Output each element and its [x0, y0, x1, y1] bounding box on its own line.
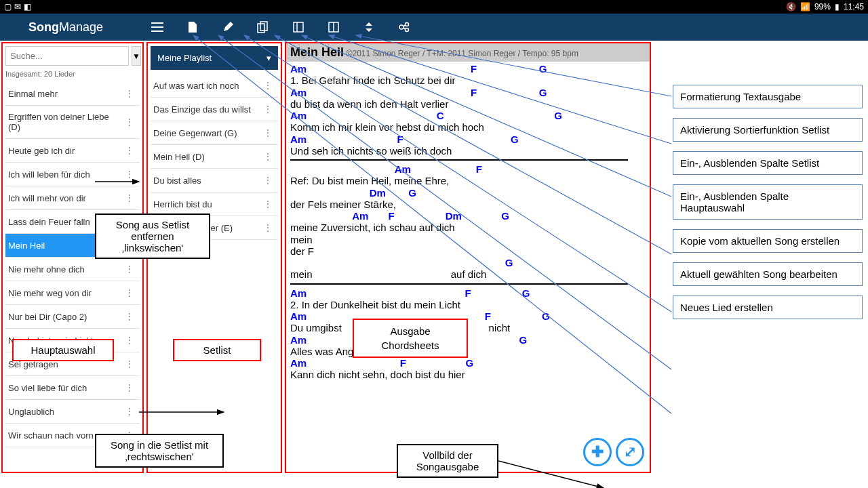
flip-icon: ◧	[24, 2, 31, 12]
list-item[interactable]: Einmal mehr⋮	[5, 82, 140, 106]
list-item[interactable]: So viel liebe für dich⋮	[5, 376, 140, 400]
list-item[interactable]: Auf was wart ich noch⋮	[151, 74, 278, 98]
svg-rect-0	[258, 24, 264, 33]
search-input[interactable]	[5, 46, 129, 66]
column-setlist-icon[interactable]	[327, 20, 340, 34]
battery-icon: ▮	[835, 2, 840, 12]
chordsheet-column: Mein Heil ©2011 Simon Reger / T+M: 2011 …	[285, 42, 651, 473]
svg-point-6	[399, 25, 403, 29]
more-icon[interactable]: ⋮	[122, 192, 137, 203]
anno-box: Aktuell gewählten Song bearbeiten	[673, 262, 863, 286]
format-icon[interactable]	[397, 20, 411, 34]
list-item[interactable]: Ich will mehr von dir⋮	[5, 186, 140, 210]
add-fab[interactable]: ✚	[583, 438, 612, 466]
chordsheet: Am F G1. Bei Gefahr finde ich Schutz bei…	[286, 62, 650, 382]
more-icon[interactable]: ⋮	[260, 222, 275, 233]
copy-icon[interactable]	[256, 20, 270, 34]
app-title: SongManage	[28, 20, 103, 35]
new-song-icon[interactable]	[186, 20, 199, 34]
mute-icon: 🔇	[786, 2, 796, 12]
more-icon[interactable]: ⋮	[260, 127, 275, 138]
more-icon[interactable]: ⋮	[122, 359, 137, 369]
list-item[interactable]: Mein Heil (D)⋮	[151, 145, 278, 169]
more-icon[interactable]: ⋮	[122, 264, 137, 274]
more-icon[interactable]: ⋮	[260, 80, 275, 91]
anno-haupt: Hauptauswahl	[12, 339, 114, 361]
total-count: Insgesamt: 20 Lieder	[5, 68, 140, 82]
list-item[interactable]: Unglaublich⋮	[5, 400, 140, 424]
anno-chord: Ausgabe Chordsheets	[353, 319, 468, 358]
more-icon[interactable]: ⋮	[122, 145, 137, 156]
list-item[interactable]: Heute geb ich dir⋮	[5, 139, 140, 163]
anno-box: Ein-, Ausblenden Spalte Setlist	[673, 151, 863, 175]
anno-box: Kopie vom aktuellen Song erstellen	[673, 229, 863, 253]
anno-voll: Vollbild der Songausgabe	[397, 444, 498, 478]
anno-box: Formatierung Textausgabe	[673, 85, 863, 108]
list-item[interactable]: Herrlich bist du⋮	[151, 192, 278, 216]
more-icon[interactable]: ⋮	[122, 382, 137, 393]
more-icon[interactable]: ⋮	[122, 406, 137, 417]
more-icon[interactable]: ⋮	[122, 335, 137, 346]
clock: 11:45	[844, 2, 864, 12]
filter-button[interactable]: ▼	[132, 46, 141, 66]
status-bar: ▢ ✉ ◧ 🔇 📶 99% ▮ 11:45	[0, 0, 868, 14]
more-icon[interactable]: ⋮	[122, 88, 137, 99]
list-item[interactable]: Nie mehr weg von dir⋮	[5, 281, 140, 305]
playlist-selector[interactable]: Meine Playlist ▾	[151, 46, 278, 70]
anno-setlist: Setlist	[173, 339, 261, 361]
chevron-down-icon: ▾	[267, 53, 271, 63]
fullscreen-fab[interactable]: ⤢	[616, 438, 644, 466]
svg-point-7	[406, 23, 409, 26]
anno-right-column: Formatierung TextausgabeAktivierung Sort…	[673, 85, 863, 319]
list-item[interactable]: Das Einzige das du willst⋮	[151, 98, 278, 121]
edit-icon[interactable]	[221, 20, 235, 34]
song-meta: ©2011 Simon Reger / T+M: 2011 Simon Rege…	[347, 49, 578, 58]
more-icon[interactable]: ⋮	[122, 287, 137, 298]
more-icon[interactable]: ⋮	[122, 311, 137, 322]
playlist-list: Auf was wart ich noch⋮Das Einzige das du…	[151, 74, 278, 469]
svg-point-8	[406, 28, 409, 32]
song-header: Mein Heil ©2011 Simon Reger / T+M: 2011 …	[286, 43, 650, 62]
more-icon[interactable]: ⋮	[260, 151, 275, 162]
list-item[interactable]: Ich will leben für dich⋮	[5, 163, 140, 186]
list-item[interactable]: Ergriffen von deiner Liebe (D)⋮	[5, 106, 140, 139]
playlist-name: Meine Playlist	[157, 53, 212, 63]
column-main-icon[interactable]	[292, 20, 305, 34]
svg-rect-2	[294, 22, 303, 32]
more-icon[interactable]: ⋮	[122, 117, 137, 127]
list-item[interactable]: Nie mehr ohne dich⋮	[5, 258, 140, 281]
svg-rect-1	[260, 22, 267, 30]
more-icon[interactable]: ⋮	[260, 175, 275, 186]
anno-remove: Song aus Setlist entfernen ‚linkswischen…	[95, 214, 210, 259]
app-header: SongManage	[0, 14, 868, 41]
list-item[interactable]: Nur bei Dir (Capo 2)⋮	[5, 305, 140, 329]
toolbar	[151, 20, 411, 34]
anno-box: Neues Lied erstellen	[673, 296, 863, 319]
menu-icon[interactable]	[151, 20, 164, 34]
anno-box: Aktivierung Sortierfunktion Setlist	[673, 118, 863, 142]
more-icon[interactable]: ⋮	[122, 169, 137, 180]
battery-pct: 99%	[814, 2, 831, 12]
song-title: Mein Heil	[290, 45, 344, 59]
wifi-icon: 📶	[800, 2, 810, 12]
sort-icon[interactable]	[362, 20, 376, 34]
more-icon[interactable]: ⋮	[260, 104, 275, 115]
more-icon[interactable]: ⋮	[260, 199, 275, 209]
list-item[interactable]: Deine Gegenwart (G)⋮	[151, 121, 278, 145]
mail-icon: ✉	[14, 2, 21, 12]
anno-add: Song in die Setlist mit ‚rechtswischen'	[95, 434, 224, 468]
song-list: Einmal mehr⋮Ergriffen von deiner Liebe (…	[5, 82, 140, 469]
notif-icon: ▢	[4, 2, 12, 12]
anno-box: Ein-, Ausblenden Spalte Hauptauswahl	[673, 184, 863, 220]
list-item[interactable]: Du bist alles⋮	[151, 169, 278, 192]
